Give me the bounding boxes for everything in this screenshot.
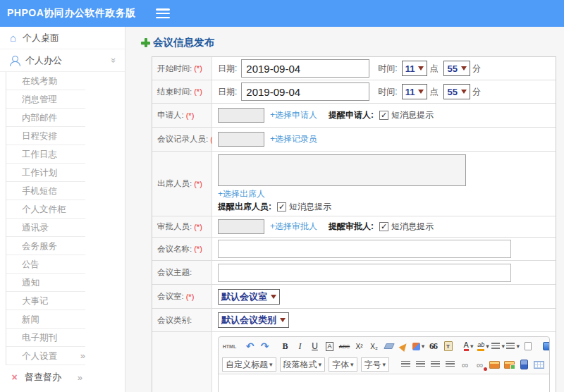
approver-input[interactable] — [218, 219, 264, 234]
sidebar-item-announcement[interactable]: 公告 — [6, 255, 85, 274]
row-attendees: 出席人员: (*) +选择出席人 提醒出席人员: ✓ 短消息提示 — [152, 152, 556, 216]
blockquote-button[interactable]: 66 — [427, 339, 440, 353]
sidebar-item-attendance[interactable]: 在线考勤 — [6, 72, 85, 90]
sidebar-item-meeting-service[interactable]: 会务服务 — [6, 237, 85, 255]
new-document-button[interactable] — [521, 339, 534, 353]
insert-table-button[interactable] — [532, 357, 546, 372]
sms-checkbox[interactable]: ✓ — [379, 111, 388, 120]
select-arrow-icon — [271, 295, 276, 299]
meeting-room-select[interactable]: 默认会议室 — [218, 289, 280, 305]
heading-select[interactable]: 自定义标题▾ — [222, 357, 276, 372]
align-right-button[interactable] — [429, 357, 442, 372]
end-minute-select[interactable]: 55 — [443, 84, 470, 99]
select-arrow-icon — [418, 66, 424, 71]
choose-attendee-link[interactable]: +选择出席人 — [218, 188, 265, 200]
insert-media-button[interactable] — [517, 357, 531, 372]
start-hour-select[interactable]: 11 — [402, 61, 428, 76]
sidebar-item-work-log[interactable]: 工作日志 — [6, 145, 85, 164]
highlight-button[interactable]: ab▾ — [477, 339, 490, 353]
sidebar-item-messages[interactable]: 消息管理 — [6, 90, 85, 109]
sidebar-item-e-journal[interactable]: 电子期刊 — [6, 329, 85, 347]
sidebar-item-supervision[interactable]: × 督查督办 » — [0, 366, 125, 388]
paste-text-button[interactable]: T — [441, 339, 455, 353]
strikethrough-button[interactable]: ABC — [338, 339, 351, 353]
paste-text-icon: T — [444, 341, 453, 351]
align-left-button[interactable] — [399, 357, 412, 372]
field-label — [152, 332, 212, 392]
minute-value: 55 — [447, 63, 457, 74]
paragraph-format-select[interactable]: 段落格式▾ — [280, 357, 326, 372]
screenshot-button[interactable] — [503, 357, 516, 372]
rich-text-editor: HTML ↶ ↷ B I U A ABC X² X₂ — [218, 336, 550, 392]
choose-applicant-link[interactable]: +选择申请人 — [270, 109, 317, 121]
recorder-input[interactable] — [218, 132, 264, 147]
row-meeting-subject: 会议主题: — [152, 261, 556, 285]
underline-button[interactable]: U — [308, 339, 321, 353]
label-text: 会议主题: — [157, 267, 192, 278]
ordered-list-button[interactable]: ▾ — [491, 339, 505, 353]
highlight-icon: ab — [477, 342, 484, 351]
subscript-button[interactable]: X₂ — [367, 339, 381, 353]
html-source-button[interactable]: HTML — [223, 339, 236, 353]
sidebar-item-work-plan[interactable]: 工作计划 — [6, 164, 85, 182]
caret-icon: ▾ — [470, 343, 474, 350]
remove-format-button[interactable] — [397, 339, 410, 353]
sidebar-item-news[interactable]: 新闻 — [6, 310, 85, 329]
unordered-list-button[interactable]: ▾ — [506, 339, 520, 353]
format-painter-icon — [412, 343, 420, 350]
sidebar-item-memorabilia[interactable]: 大事记 — [6, 292, 85, 310]
sidebar-item-sms[interactable]: 手机短信 — [6, 182, 85, 200]
insert-image-button[interactable] — [488, 357, 501, 372]
sidebar-item-file-cabinet[interactable]: 个人文件柜 — [6, 200, 85, 219]
applicant-input[interactable] — [218, 108, 264, 123]
sidebar-item-internal-mail[interactable]: 内部邮件 — [6, 109, 85, 127]
sidebar-item-contacts[interactable]: 通讯录 — [6, 219, 85, 237]
time-label: 时间: — [378, 86, 397, 98]
editor-content[interactable] — [219, 374, 549, 392]
screenshot-icon — [504, 361, 515, 369]
meeting-category-select[interactable]: 默认会议类别 — [218, 312, 289, 328]
end-date-input[interactable] — [241, 82, 369, 101]
choose-recorder-link[interactable]: +选择记录员 — [270, 133, 317, 145]
size-select-label: 字号 — [364, 359, 381, 371]
font-color-button[interactable]: A▾ — [462, 339, 475, 353]
sms-checkbox[interactable]: ✓ — [277, 202, 286, 212]
superscript-button[interactable]: X² — [352, 339, 366, 353]
sidebar-item-notice[interactable]: 通知 — [6, 274, 85, 292]
undo-button[interactable]: ↶ — [243, 339, 257, 353]
format-painter-button[interactable]: ▾ — [412, 339, 425, 353]
eraser-button[interactable] — [382, 339, 396, 353]
italic-button[interactable]: I — [293, 339, 307, 353]
attendees-textarea[interactable] — [218, 154, 466, 186]
start-minute-select[interactable]: 55 — [443, 61, 470, 76]
link-button[interactable]: ∞ — [458, 357, 472, 372]
redo-button[interactable]: ↷ — [258, 339, 271, 353]
main-content: 会议信息发布 开始时间: (*) 日期: 时间: 11 点 — [126, 27, 564, 392]
fullscreen-icon — [543, 342, 551, 350]
bold-button[interactable]: B — [278, 339, 292, 353]
font-border-button[interactable]: A — [326, 342, 333, 351]
supervision-icon: × — [10, 372, 19, 383]
start-date-input[interactable] — [241, 59, 369, 78]
meeting-name-input[interactable] — [218, 240, 511, 258]
end-hour-select[interactable]: 11 — [402, 84, 428, 99]
required-mark: (*) — [194, 87, 202, 96]
sms-checkbox[interactable]: ✓ — [379, 222, 388, 231]
sidebar-item-desktop[interactable]: ⌂ 个人桌面 — [0, 27, 125, 49]
app-title: PHPOA协同办公软件政务版 — [7, 7, 136, 20]
hamburger-menu-icon[interactable] — [156, 8, 170, 18]
choose-approver-link[interactable]: +选择审批人 — [270, 221, 317, 233]
minute-unit: 分 — [472, 86, 481, 98]
fullscreen-button[interactable] — [541, 339, 550, 353]
align-justify-button[interactable] — [443, 357, 457, 372]
sidebar-item-settings[interactable]: » 个人设置 — [6, 347, 85, 365]
font-size-select[interactable]: 字号▾ — [361, 357, 390, 372]
unlink-button[interactable]: ∞ — [473, 357, 486, 372]
sidebar-item-schedule[interactable]: 日程安排 — [6, 127, 85, 145]
align-center-button[interactable] — [414, 357, 427, 372]
sidebar-item-office[interactable]: 个人办公 » — [0, 49, 125, 72]
hour-value: 11 — [405, 87, 415, 97]
date-label: 日期: — [218, 63, 237, 75]
meeting-subject-input[interactable] — [218, 264, 511, 282]
font-family-select[interactable]: 字体▾ — [329, 357, 357, 372]
